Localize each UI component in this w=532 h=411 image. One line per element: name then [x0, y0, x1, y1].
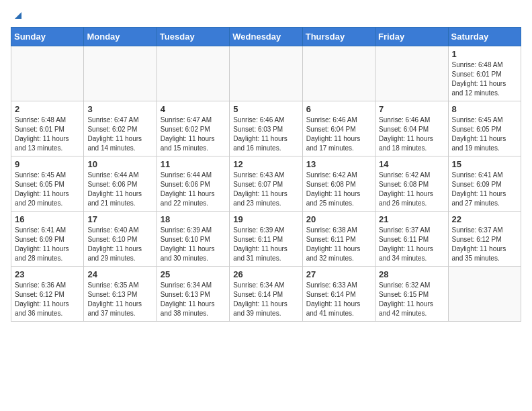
calendar-week-row: 9Sunrise: 6:45 AM Sunset: 6:05 PM Daylig… — [11, 156, 521, 212]
calendar-week-row: 1Sunrise: 6:48 AM Sunset: 6:01 PM Daylig… — [11, 46, 521, 101]
day-number: 8 — [452, 104, 517, 114]
calendar-day-cell: 8Sunrise: 6:45 AM Sunset: 6:05 PM Daylig… — [448, 101, 521, 156]
day-number: 20 — [306, 214, 371, 224]
day-info: Sunrise: 6:34 AM Sunset: 6:14 PM Dayligh… — [233, 281, 298, 318]
calendar-day-cell: 26Sunrise: 6:34 AM Sunset: 6:14 PM Dayli… — [230, 267, 302, 322]
day-info: Sunrise: 6:40 AM Sunset: 6:10 PM Dayligh… — [87, 226, 152, 263]
day-info: Sunrise: 6:47 AM Sunset: 6:02 PM Dayligh… — [161, 116, 226, 153]
weekday-header: Friday — [375, 28, 448, 46]
calendar-day-cell: 5Sunrise: 6:46 AM Sunset: 6:03 PM Daylig… — [230, 101, 302, 156]
calendar-day-cell: 2Sunrise: 6:48 AM Sunset: 6:01 PM Daylig… — [11, 101, 84, 156]
day-info: Sunrise: 6:47 AM Sunset: 6:02 PM Dayligh… — [87, 116, 152, 153]
day-number: 7 — [379, 104, 444, 114]
day-info: Sunrise: 6:39 AM Sunset: 6:11 PM Dayligh… — [233, 226, 298, 263]
logo — [11, 11, 24, 21]
day-info: Sunrise: 6:48 AM Sunset: 6:01 PM Dayligh… — [452, 60, 517, 98]
day-info: Sunrise: 6:44 AM Sunset: 6:06 PM Dayligh… — [161, 171, 226, 208]
calendar-day-cell: 12Sunrise: 6:43 AM Sunset: 6:07 PM Dayli… — [230, 156, 302, 212]
day-info: Sunrise: 6:39 AM Sunset: 6:10 PM Dayligh… — [161, 226, 226, 263]
calendar-day-cell: 7Sunrise: 6:46 AM Sunset: 6:04 PM Daylig… — [375, 101, 448, 156]
calendar-day-cell: 1Sunrise: 6:48 AM Sunset: 6:01 PM Daylig… — [448, 46, 521, 101]
calendar-week-row: 16Sunrise: 6:41 AM Sunset: 6:09 PM Dayli… — [11, 212, 521, 267]
day-info: Sunrise: 6:36 AM Sunset: 6:12 PM Dayligh… — [15, 281, 80, 318]
logo-triangle-icon — [12, 9, 24, 21]
day-number: 16 — [15, 214, 80, 224]
day-number: 19 — [233, 214, 298, 224]
day-number: 15 — [452, 159, 517, 169]
calendar-week-row: 23Sunrise: 6:36 AM Sunset: 6:12 PM Dayli… — [11, 267, 521, 322]
calendar-day-cell: 18Sunrise: 6:39 AM Sunset: 6:10 PM Dayli… — [157, 212, 229, 267]
day-number: 5 — [233, 104, 298, 114]
day-info: Sunrise: 6:37 AM Sunset: 6:12 PM Dayligh… — [452, 226, 517, 263]
weekday-header: Wednesday — [230, 28, 302, 46]
day-number: 26 — [233, 269, 298, 279]
calendar-day-cell: 13Sunrise: 6:42 AM Sunset: 6:08 PM Dayli… — [302, 156, 375, 212]
weekday-header: Monday — [84, 28, 157, 46]
weekday-header: Saturday — [448, 28, 521, 46]
calendar-day-cell: 9Sunrise: 6:45 AM Sunset: 6:05 PM Daylig… — [11, 156, 84, 212]
weekday-header: Tuesday — [157, 28, 229, 46]
page-header — [11, 11, 521, 21]
calendar-day-cell — [375, 46, 448, 101]
day-number: 14 — [379, 159, 444, 169]
weekday-header: Sunday — [11, 28, 84, 46]
day-number: 2 — [15, 104, 80, 114]
calendar-day-cell: 6Sunrise: 6:46 AM Sunset: 6:04 PM Daylig… — [302, 101, 375, 156]
svg-marker-0 — [15, 12, 21, 19]
day-info: Sunrise: 6:46 AM Sunset: 6:04 PM Dayligh… — [306, 116, 371, 153]
calendar-day-cell: 21Sunrise: 6:37 AM Sunset: 6:11 PM Dayli… — [375, 212, 448, 267]
day-number: 18 — [161, 214, 226, 224]
day-info: Sunrise: 6:42 AM Sunset: 6:08 PM Dayligh… — [379, 171, 444, 208]
weekday-row: SundayMondayTuesdayWednesdayThursdayFrid… — [11, 28, 521, 46]
day-info: Sunrise: 6:38 AM Sunset: 6:11 PM Dayligh… — [306, 226, 371, 263]
calendar-day-cell: 17Sunrise: 6:40 AM Sunset: 6:10 PM Dayli… — [84, 212, 157, 267]
day-number: 23 — [15, 269, 80, 279]
weekday-header: Thursday — [302, 28, 375, 46]
day-number: 10 — [87, 159, 152, 169]
calendar-day-cell — [84, 46, 157, 101]
calendar-day-cell — [302, 46, 375, 101]
calendar-day-cell — [448, 267, 521, 322]
day-number: 11 — [161, 159, 226, 169]
day-info: Sunrise: 6:43 AM Sunset: 6:07 PM Dayligh… — [233, 171, 298, 208]
day-info: Sunrise: 6:37 AM Sunset: 6:11 PM Dayligh… — [379, 226, 444, 263]
day-info: Sunrise: 6:45 AM Sunset: 6:05 PM Dayligh… — [452, 116, 517, 153]
calendar-header: SundayMondayTuesdayWednesdayThursdayFrid… — [11, 28, 521, 46]
calendar-body: 1Sunrise: 6:48 AM Sunset: 6:01 PM Daylig… — [11, 46, 521, 322]
calendar-day-cell: 20Sunrise: 6:38 AM Sunset: 6:11 PM Dayli… — [302, 212, 375, 267]
day-number: 21 — [379, 214, 444, 224]
day-number: 17 — [87, 214, 152, 224]
calendar-day-cell: 23Sunrise: 6:36 AM Sunset: 6:12 PM Dayli… — [11, 267, 84, 322]
day-info: Sunrise: 6:42 AM Sunset: 6:08 PM Dayligh… — [306, 171, 371, 208]
calendar-day-cell: 15Sunrise: 6:41 AM Sunset: 6:09 PM Dayli… — [448, 156, 521, 212]
calendar-day-cell: 19Sunrise: 6:39 AM Sunset: 6:11 PM Dayli… — [230, 212, 302, 267]
day-info: Sunrise: 6:35 AM Sunset: 6:13 PM Dayligh… — [87, 281, 152, 318]
calendar-day-cell — [230, 46, 302, 101]
day-number: 24 — [87, 269, 152, 279]
calendar-day-cell: 16Sunrise: 6:41 AM Sunset: 6:09 PM Dayli… — [11, 212, 84, 267]
day-number: 22 — [452, 214, 517, 224]
calendar-day-cell: 22Sunrise: 6:37 AM Sunset: 6:12 PM Dayli… — [448, 212, 521, 267]
calendar-day-cell: 14Sunrise: 6:42 AM Sunset: 6:08 PM Dayli… — [375, 156, 448, 212]
day-number: 3 — [87, 104, 152, 114]
day-number: 28 — [379, 269, 444, 279]
day-number: 13 — [306, 159, 371, 169]
day-info: Sunrise: 6:33 AM Sunset: 6:14 PM Dayligh… — [306, 281, 371, 318]
day-number: 9 — [15, 159, 80, 169]
day-info: Sunrise: 6:45 AM Sunset: 6:05 PM Dayligh… — [15, 171, 80, 208]
day-info: Sunrise: 6:34 AM Sunset: 6:13 PM Dayligh… — [161, 281, 226, 318]
calendar-table: SundayMondayTuesdayWednesdayThursdayFrid… — [11, 27, 521, 322]
calendar-day-cell: 28Sunrise: 6:32 AM Sunset: 6:15 PM Dayli… — [375, 267, 448, 322]
calendar-day-cell: 4Sunrise: 6:47 AM Sunset: 6:02 PM Daylig… — [157, 101, 229, 156]
day-info: Sunrise: 6:48 AM Sunset: 6:01 PM Dayligh… — [15, 116, 80, 153]
day-number: 27 — [306, 269, 371, 279]
calendar-day-cell: 3Sunrise: 6:47 AM Sunset: 6:02 PM Daylig… — [84, 101, 157, 156]
day-info: Sunrise: 6:32 AM Sunset: 6:15 PM Dayligh… — [379, 281, 444, 318]
day-info: Sunrise: 6:41 AM Sunset: 6:09 PM Dayligh… — [15, 226, 80, 263]
day-number: 25 — [161, 269, 226, 279]
day-info: Sunrise: 6:44 AM Sunset: 6:06 PM Dayligh… — [87, 171, 152, 208]
day-info: Sunrise: 6:41 AM Sunset: 6:09 PM Dayligh… — [452, 171, 517, 208]
day-number: 4 — [161, 104, 226, 114]
day-info: Sunrise: 6:46 AM Sunset: 6:04 PM Dayligh… — [379, 116, 444, 153]
day-number: 12 — [233, 159, 298, 169]
